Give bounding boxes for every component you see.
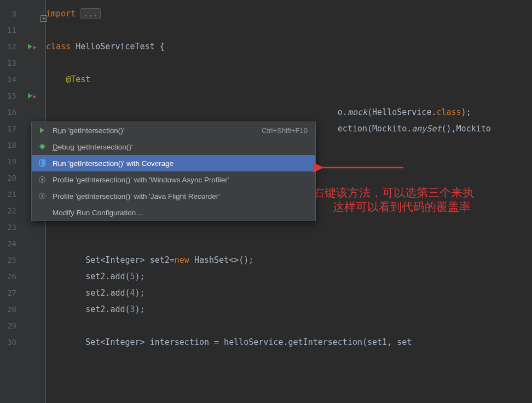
run-test-class-icon[interactable]	[21, 38, 39, 55]
line-number[interactable]: 30	[0, 334, 21, 350]
line-number[interactable]: 14	[0, 71, 21, 88]
fold-placeholder[interactable]: ...	[80, 8, 101, 19]
line-number[interactable]: 26	[0, 268, 21, 285]
line-number-gutter: 3 11 12 13 14 15 16 17 18 19 20 21 22 23…	[0, 0, 21, 403]
line-number[interactable]: 20	[0, 170, 21, 186]
line-number[interactable]: 19	[0, 153, 21, 170]
line-number[interactable]: 18	[0, 137, 21, 153]
ctx-run-coverage[interactable]: Run 'getIntersection()' with Coverage	[32, 155, 315, 171]
line-number[interactable]: 12	[0, 38, 21, 55]
ctx-debug[interactable]: ✸ Debug 'getIntersection()'	[32, 139, 315, 155]
line-number[interactable]: 11	[0, 22, 21, 38]
expand-fold-icon[interactable]: +	[41, 15, 47, 22]
line-number[interactable]: 28	[0, 301, 21, 318]
line-number[interactable]: 13	[0, 55, 21, 71]
ctx-profile-jfr[interactable]: Profile 'getIntersection()' with 'Java F…	[32, 188, 315, 204]
profiler-jfr-icon	[37, 193, 47, 199]
profiler-icon	[37, 176, 47, 183]
ctx-profile-async[interactable]: Profile 'getIntersection()' with 'Window…	[32, 171, 315, 188]
context-menu: Run 'getIntersection()' Ctrl+Shift+F10 ✸…	[31, 122, 316, 221]
line-number[interactable]: 27	[0, 285, 21, 301]
ctx-run[interactable]: Run 'getIntersection()' Ctrl+Shift+F10	[32, 122, 315, 139]
line-number[interactable]: 17	[0, 120, 21, 137]
line-number[interactable]: 16	[0, 104, 21, 120]
line-number[interactable]: 24	[0, 235, 21, 252]
line-number[interactable]: 22	[0, 203, 21, 219]
line-number[interactable]: 25	[0, 252, 21, 268]
coverage-shield-icon	[37, 159, 47, 167]
line-number[interactable]: 21	[0, 186, 21, 203]
bug-icon: ✸	[37, 142, 47, 152]
run-test-method-icon[interactable]	[21, 88, 39, 104]
line-number[interactable]: 29	[0, 318, 21, 334]
annotation-text: 右键该方法，可以选第三个来执 这样可以看到代码的覆盖率	[313, 186, 474, 214]
line-number[interactable]: 3	[0, 5, 21, 22]
shortcut-label: Ctrl+Shift+F10	[262, 126, 308, 135]
play-icon	[37, 128, 47, 133]
line-number[interactable]: 23	[0, 219, 21, 235]
line-number[interactable]: 15	[0, 88, 21, 104]
ctx-modify-config[interactable]: Modify Run Configuration…	[32, 204, 315, 221]
